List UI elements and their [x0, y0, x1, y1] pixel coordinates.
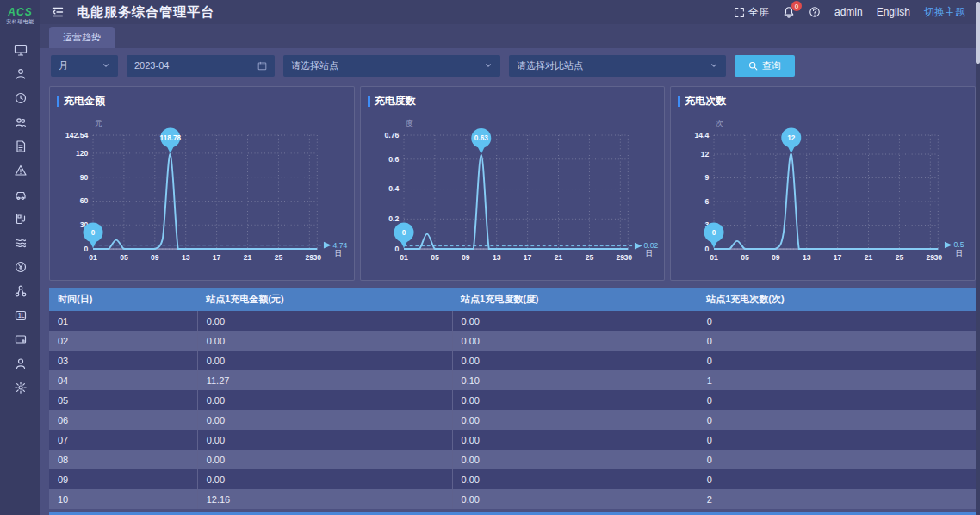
- chart-title: 充电度数: [375, 94, 416, 109]
- table-cell: 0.00: [452, 390, 698, 410]
- svg-text:30: 30: [313, 253, 322, 262]
- charts-row: 充电金额 0306090120142.54010509131721252930元…: [49, 86, 976, 281]
- svg-text:05: 05: [431, 253, 439, 262]
- svg-text:0.2: 0.2: [388, 214, 399, 223]
- table-cell: 04: [49, 370, 197, 390]
- language-switch[interactable]: English: [877, 6, 910, 18]
- svg-text:21: 21: [244, 253, 252, 262]
- table-cell: 08: [49, 450, 197, 469]
- fullscreen-button[interactable]: 全屏: [734, 5, 769, 20]
- period-select-value: 月: [59, 59, 68, 72]
- scrollbar-thumb[interactable]: [976, 2, 980, 64]
- sidebar-item-report[interactable]: [0, 134, 40, 158]
- query-button[interactable]: 查询: [735, 55, 795, 77]
- sidebar-item-monitor[interactable]: [0, 38, 40, 62]
- table-row: 020.000.000: [49, 331, 976, 351]
- data-table-wrap: 时间(日)站点1充电金额(元)站点1充电度数(度)站点1充电次数(次) 010.…: [49, 288, 976, 515]
- sidebar-item-device[interactable]: [0, 327, 40, 351]
- sidebar-item-vehicle[interactable]: [0, 183, 40, 207]
- table-cell: 09: [49, 469, 197, 489]
- svg-text:13: 13: [803, 253, 811, 262]
- svg-text:0.63: 0.63: [474, 134, 488, 142]
- table-row: 0411.270.101: [49, 370, 976, 390]
- money-icon: [14, 260, 28, 274]
- top-header: 电能服务综合管理平台 全屏 0 admin English 切换主题: [40, 0, 976, 24]
- table-cell: 0.00: [197, 410, 452, 430]
- station-select[interactable]: 请选择站点: [283, 55, 500, 77]
- svg-text:9: 9: [705, 173, 710, 182]
- table-cell: 0.00: [452, 489, 698, 509]
- svg-text:30: 30: [934, 253, 943, 262]
- meter-icon: 1L: [14, 308, 28, 322]
- car-icon: [14, 188, 28, 202]
- period-select[interactable]: 月: [51, 55, 118, 77]
- tab-operation-trend[interactable]: 运营趋势: [49, 27, 115, 48]
- logo-text: ACS: [8, 7, 32, 17]
- vertical-scrollbar[interactable]: [976, 0, 980, 515]
- page-title: 电能服务综合管理平台: [77, 4, 214, 21]
- sidebar-item-finance[interactable]: [0, 255, 40, 279]
- fullscreen-label: 全屏: [748, 5, 769, 20]
- notification-badge: 0: [791, 1, 802, 11]
- table-row: 030.000.000: [49, 351, 976, 370]
- clock-icon: [14, 91, 28, 105]
- calendar-icon: [257, 61, 267, 71]
- table-cell: 0: [698, 410, 976, 430]
- chart-title: 充电金额: [64, 94, 105, 109]
- svg-text:01: 01: [710, 253, 719, 262]
- sidebar-item-topology[interactable]: [0, 279, 40, 303]
- table-cell: 0: [698, 450, 976, 469]
- theme-toggle-link[interactable]: 切换主题: [924, 5, 965, 20]
- table-header-row: 时间(日)站点1充电金额(元)站点1充电度数(度)站点1充电次数(次): [49, 288, 976, 311]
- table-cell: 0.10: [452, 370, 698, 390]
- monitor-icon: [14, 43, 28, 57]
- sidebar-item-operation[interactable]: [0, 231, 40, 255]
- table-header-cell: 站点1充电度数(度): [452, 288, 698, 311]
- sidebar-item-account[interactable]: [0, 351, 40, 375]
- horizontal-scrollbar[interactable]: [49, 512, 976, 515]
- svg-text:0.5: 0.5: [954, 240, 964, 249]
- svg-text:14.4: 14.4: [695, 131, 710, 140]
- table-cell: 03: [49, 351, 197, 370]
- table-cell: 1: [698, 370, 976, 390]
- app-logo[interactable]: ACS 安科瑞电能: [0, 0, 40, 29]
- table-cell: 0.00: [452, 450, 698, 469]
- sidebar-menu: 1L: [0, 38, 40, 400]
- sidebar-item-settings[interactable]: [0, 375, 40, 400]
- chevron-down-icon: [484, 61, 493, 70]
- help-button[interactable]: [809, 6, 821, 18]
- svg-text:0: 0: [91, 229, 96, 237]
- sidebar-item-meter[interactable]: 1L: [0, 303, 40, 327]
- svg-text:12: 12: [701, 150, 710, 158]
- menu-fold-icon[interactable]: [51, 5, 65, 19]
- topology-icon: [14, 284, 28, 298]
- sidebar-item-time[interactable]: [0, 86, 40, 110]
- table-header-cell: 站点1充电次数(次): [698, 288, 976, 311]
- svg-text:09: 09: [151, 253, 159, 262]
- svg-text:0: 0: [401, 229, 406, 237]
- filter-bar: 月 2023-04 请选择站点 请选择对比站点 查询: [40, 48, 976, 83]
- notifications-button[interactable]: 0: [783, 6, 795, 18]
- sidebar-item-users[interactable]: [0, 110, 40, 134]
- sidebar-item-charging-pile[interactable]: [0, 207, 40, 231]
- svg-text:118.78: 118.78: [160, 134, 182, 142]
- table-cell: 0.00: [452, 311, 698, 331]
- chart-title: 充电次数: [685, 94, 726, 109]
- table-row: 060.000.000: [49, 410, 976, 430]
- svg-text:0.76: 0.76: [384, 131, 399, 140]
- chart-panel-charging-energy: 充电度数 00.20.40.60.76010509131721252930度日0…: [360, 86, 666, 281]
- table-cell: 0.00: [452, 469, 698, 489]
- table-body: 010.000.000020.000.000030.000.0000411.27…: [49, 311, 976, 509]
- tab-bar: 运营趋势: [40, 24, 976, 48]
- svg-text:142.54: 142.54: [65, 131, 89, 140]
- svg-text:21: 21: [865, 253, 873, 262]
- svg-text:05: 05: [120, 253, 128, 262]
- compare-station-select[interactable]: 请选择对比站点: [509, 55, 726, 77]
- sidebar-item-alarm[interactable]: [0, 158, 40, 183]
- date-picker[interactable]: 2023-04: [127, 55, 275, 77]
- username[interactable]: admin: [834, 6, 863, 18]
- sidebar-item-operator[interactable]: [0, 62, 40, 86]
- header-actions: 全屏 0 admin English 切换主题: [734, 5, 965, 20]
- table-cell: 0.00: [197, 331, 452, 351]
- table-row: 1012.160.002: [49, 489, 976, 509]
